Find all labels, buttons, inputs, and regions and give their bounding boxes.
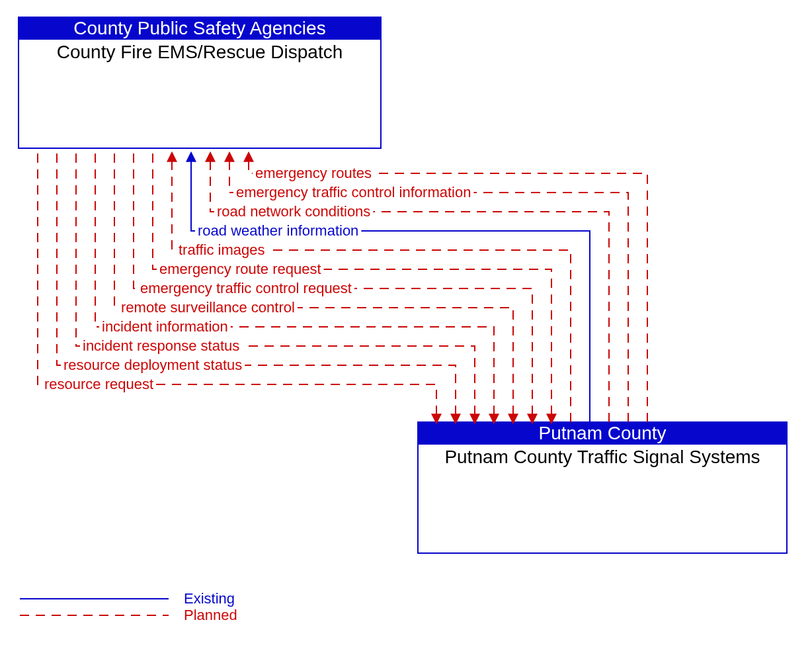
flow-label: remote surveillance control	[121, 299, 295, 316]
flow-label: emergency traffic control request	[140, 280, 352, 296]
bottom-entity-box: Putnam County Putnam County Traffic Sign…	[418, 422, 787, 553]
flow-label: resource deployment status	[63, 357, 242, 373]
bottom-entity-body: Putnam County Traffic Signal Systems	[444, 447, 760, 467]
flow-label: emergency route request	[159, 261, 321, 277]
flow-label: traffic images	[179, 242, 264, 258]
top-entity-box: County Public Safety Agencies County Fir…	[19, 17, 381, 148]
flow-label: resource request	[44, 376, 153, 392]
architecture-flow-diagram: County Public Safety Agencies County Fir…	[0, 0, 812, 659]
legend-planned-label: Planned	[184, 607, 237, 623]
flow-label: emergency traffic control information	[236, 184, 471, 200]
legend: Existing Planned	[20, 590, 237, 623]
flow-label: incident response status	[83, 337, 239, 354]
bottom-entity-header: Putnam County	[539, 423, 667, 443]
flows-group: emergency routesemergency traffic contro…	[38, 154, 647, 422]
legend-existing-label: Existing	[184, 590, 235, 607]
flow-label: road weather information	[198, 222, 358, 239]
top-entity-body: County Fire EMS/Rescue Dispatch	[57, 42, 343, 62]
flow-label: road network conditions	[217, 203, 370, 220]
top-entity-header: County Public Safety Agencies	[73, 18, 325, 38]
flow-label: incident information	[102, 318, 228, 335]
flow-label: emergency routes	[255, 165, 372, 181]
